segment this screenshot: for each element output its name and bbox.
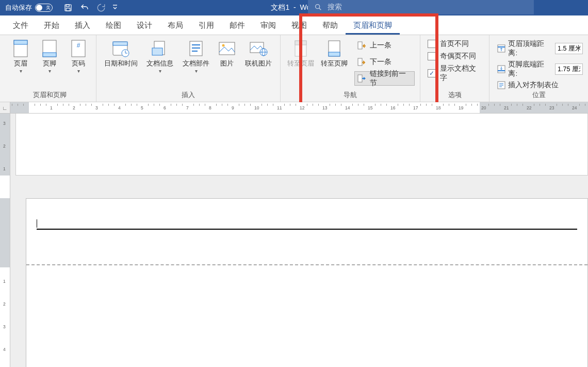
datetime-button[interactable]: 日期和时间 <box>100 36 142 68</box>
header-separator-line <box>37 229 577 230</box>
search-box[interactable]: 搜索 <box>308 0 534 14</box>
svg-rect-7 <box>14 40 27 44</box>
search-placeholder: 搜索 <box>328 3 342 12</box>
tab-header-footer[interactable]: 页眉和页脚 <box>346 17 400 35</box>
document-area[interactable] <box>10 114 588 367</box>
previous-page-bottom <box>15 114 588 175</box>
tab-view[interactable]: 视图 <box>284 17 315 35</box>
text-cursor <box>37 219 37 228</box>
next-button[interactable]: 下一条 <box>354 55 415 69</box>
svg-rect-30 <box>295 41 306 45</box>
checkbox-icon <box>428 52 436 60</box>
chevron-down-icon: ▾ <box>159 69 161 74</box>
svg-rect-35 <box>358 75 362 82</box>
title-bar: 自动保存 关 文档1 - Word 搜索 <box>0 0 588 15</box>
svg-rect-32 <box>329 52 340 56</box>
calendar-icon <box>110 38 131 59</box>
header-icon <box>10 38 31 59</box>
search-icon <box>314 3 322 11</box>
arrow-up-icon <box>356 40 367 51</box>
redo-button[interactable] <box>94 1 108 14</box>
chevron-down-icon: ▾ <box>77 69 80 74</box>
online-picture-button[interactable]: 联机图片 <box>240 36 277 68</box>
undo-button[interactable] <box>77 1 92 14</box>
svg-point-24 <box>222 44 225 47</box>
alignment-tab-icon <box>497 81 506 90</box>
goto-header-icon <box>290 38 311 59</box>
svg-rect-23 <box>219 42 235 55</box>
tab-selector[interactable]: ∟ <box>0 102 10 114</box>
doc-info-button[interactable]: 文档信息 ▾ <box>142 36 178 74</box>
svg-text:#: # <box>77 42 80 49</box>
svg-rect-33 <box>358 42 362 49</box>
svg-rect-1 <box>66 5 69 7</box>
tab-mailings[interactable]: 邮件 <box>222 17 253 35</box>
header-distance-input[interactable] <box>555 43 583 54</box>
insert-alignment-tab-button[interactable]: 插入对齐制表位 <box>497 81 583 90</box>
ribbon: 页眉 ▾ 页脚 ▾ # 页码 ▾ 页眉和页脚 <box>0 35 588 102</box>
svg-rect-18 <box>152 48 162 55</box>
svg-rect-2 <box>66 8 70 11</box>
show-document-text-checkbox[interactable]: ✓ 显示文档文字 <box>428 64 483 83</box>
svg-point-4 <box>316 5 320 9</box>
vertical-ruler[interactable]: 3 2 1 1 2 3 4 <box>0 114 10 367</box>
quick-parts-button[interactable]: 文档部件 ▾ <box>178 36 214 74</box>
tab-review[interactable]: 审阅 <box>253 17 284 35</box>
group-label: 插入 <box>182 90 195 102</box>
checkbox-checked-icon: ✓ <box>428 69 436 77</box>
link-to-previous-button[interactable]: 链接到前一节 <box>354 71 415 86</box>
header-distance-icon <box>497 44 506 53</box>
tab-file[interactable]: 文件 <box>5 17 36 35</box>
ribbon-tabs: 文件 开始 插入 绘图 设计 布局 引用 邮件 审阅 视图 帮助 页眉和页脚 <box>0 15 588 35</box>
goto-footer-icon <box>324 38 345 59</box>
picture-icon <box>217 38 237 59</box>
checkbox-icon <box>428 40 436 48</box>
tab-home[interactable]: 开始 <box>36 17 67 35</box>
header-boundary-line <box>26 264 587 265</box>
group-label: 页眉和页脚 <box>33 90 67 102</box>
group-header-footer: 页眉 ▾ 页脚 ▾ # 页码 ▾ 页眉和页脚 <box>0 35 96 102</box>
link-icon <box>356 73 367 84</box>
group-label: 位置 <box>532 90 546 102</box>
tab-draw[interactable]: 绘图 <box>98 17 129 35</box>
online-picture-icon <box>248 38 269 59</box>
save-button[interactable] <box>61 1 75 14</box>
goto-header-button: 转至页眉 <box>284 36 318 68</box>
group-insert: 日期和时间 文档信息 ▾ 文档部件 ▾ 图片 <box>96 35 281 102</box>
footer-distance-icon <box>497 65 506 74</box>
group-label: 选项 <box>448 90 462 102</box>
header-button[interactable]: 页眉 ▾ <box>6 36 35 74</box>
different-odd-even-checkbox[interactable]: 奇偶页不同 <box>428 52 483 61</box>
chevron-down-icon: ▾ <box>195 69 198 74</box>
footer-button[interactable]: 页脚 ▾ <box>35 36 64 74</box>
group-options: 首页不同 奇偶页不同 ✓ 显示文档文字 选项 <box>420 35 489 102</box>
footer-distance-row: 页脚底端距离: <box>497 60 583 78</box>
chevron-down-icon: ▾ <box>48 69 51 74</box>
svg-rect-34 <box>358 58 362 66</box>
quick-access-toolbar <box>58 1 120 14</box>
group-navigation: 转至页眉 转至页脚 上一条 下一条 链接到前一节 <box>281 35 420 102</box>
group-position: 页眉顶端距离: 页脚底端距离: 插入对齐制表位 位置 <box>489 35 588 102</box>
page-number-icon: # <box>68 38 89 59</box>
arrow-down-icon <box>356 57 367 67</box>
tab-insert[interactable]: 插入 <box>67 17 98 35</box>
page-number-button[interactable]: # 页码 ▾ <box>64 36 93 74</box>
page[interactable] <box>26 198 588 367</box>
group-label: 导航 <box>344 90 357 102</box>
previous-button[interactable]: 上一条 <box>354 38 415 53</box>
tab-layout[interactable]: 布局 <box>160 17 191 35</box>
footer-icon <box>39 38 60 59</box>
svg-line-5 <box>319 8 321 10</box>
quick-parts-icon <box>186 38 206 59</box>
footer-distance-input[interactable] <box>555 63 583 75</box>
picture-button[interactable]: 图片 <box>214 36 240 68</box>
tab-design[interactable]: 设计 <box>129 17 160 35</box>
tab-help[interactable]: 帮助 <box>315 17 346 35</box>
toggle-switch-icon: 关 <box>35 4 53 12</box>
different-first-page-checkbox[interactable]: 首页不同 <box>428 39 483 49</box>
horizontal-ruler[interactable]: ∟ 12345678910111213141516171819202122232… <box>0 102 588 114</box>
autosave-toggle[interactable]: 自动保存 关 <box>0 3 58 12</box>
tab-references[interactable]: 引用 <box>191 17 222 35</box>
qat-customize-button[interactable] <box>110 1 120 14</box>
goto-footer-button[interactable]: 转至页脚 <box>318 36 352 68</box>
